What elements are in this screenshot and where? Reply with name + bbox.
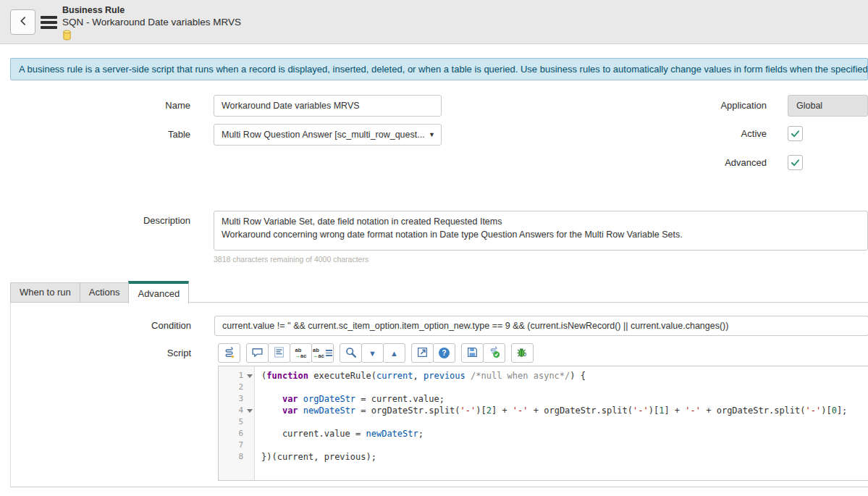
replace-all-button[interactable]: ab→ac xyxy=(311,343,334,363)
toolbar-group xyxy=(461,343,505,363)
replace-button[interactable]: ab→ac xyxy=(290,343,312,363)
find-previous-icon: ▲ xyxy=(390,348,398,358)
syntax-check-button[interactable] xyxy=(483,343,505,363)
format-document-icon xyxy=(273,346,285,361)
back-button[interactable] xyxy=(10,9,35,35)
record-title: SQN - Workaround Date variables MRVS xyxy=(62,16,241,28)
line-number: 7 xyxy=(219,440,243,451)
line-number: 4 xyxy=(219,405,243,416)
active-checkbox[interactable] xyxy=(788,126,803,141)
table-select-value: Multi Row Question Answer [sc_multi_row_… xyxy=(222,130,425,140)
advanced-checkbox[interactable] xyxy=(788,155,803,170)
find-previous-button[interactable]: ▲ xyxy=(383,343,405,363)
find-next-icon: ▼ xyxy=(368,348,376,358)
tab-advanced[interactable]: Advanced xyxy=(128,281,189,303)
active-label: Active xyxy=(681,126,767,141)
name-label: Name xyxy=(0,95,190,117)
code-line: 7 xyxy=(219,440,868,451)
table-label: Table xyxy=(0,124,190,146)
code-line: 3 var orgDateStr = current.value; xyxy=(219,393,868,405)
code-line: 4 var newDateStr = orgDateStr.split('-')… xyxy=(219,405,868,416)
tab-when-to-run[interactable]: When to run xyxy=(10,282,80,303)
code-text: var newDateStr = orgDateStr.split('-')[2… xyxy=(256,405,847,416)
description-label: Description xyxy=(0,215,190,226)
line-number: 6 xyxy=(219,428,243,440)
replace-icon: ab→ac xyxy=(295,348,307,358)
find-next-button[interactable]: ▼ xyxy=(361,343,384,363)
line-number: 5 xyxy=(219,416,243,428)
script-toolbar: ab→acab→ac▼▲? xyxy=(218,343,539,363)
replace-all-icon: ab→ac xyxy=(313,348,332,358)
tab-actions[interactable]: Actions xyxy=(80,282,130,303)
toggle-comment-button[interactable] xyxy=(246,343,269,363)
database-icon xyxy=(62,30,72,43)
search-icon xyxy=(345,346,357,361)
table-select[interactable]: Multi Row Question Answer [sc_multi_row_… xyxy=(214,124,442,146)
open-in-new-window-icon xyxy=(416,346,429,361)
advanced-label: Advanced xyxy=(681,155,767,170)
name-input[interactable] xyxy=(214,95,442,117)
help-icon: ? xyxy=(439,348,450,358)
description-textarea[interactable]: Multi Row Variable Set, date field notat… xyxy=(214,211,868,251)
code-line: 1(function executeRule(current, previous… xyxy=(219,370,868,382)
line-number: 2 xyxy=(219,382,243,393)
format-document-button[interactable] xyxy=(268,343,290,363)
toolbar-group: ▼▲ xyxy=(340,343,405,363)
help-button[interactable]: ? xyxy=(433,343,455,363)
business-rule-form: Business Rule SQN - Workaround Date vari… xyxy=(0,0,868,496)
fold-marker-icon[interactable] xyxy=(247,374,253,378)
save-icon xyxy=(466,346,479,361)
info-banner: A business rule is a server-side script … xyxy=(10,58,868,80)
tab-bar: When to runActionsAdvanced xyxy=(10,281,189,303)
code-text: var orgDateStr = current.value; xyxy=(256,393,444,405)
line-number: 8 xyxy=(219,451,243,463)
back-chevron-icon xyxy=(18,16,28,28)
advanced-tab-panel: Condition Script ab→acab→ac▼▲? 1(functio… xyxy=(10,302,868,487)
debug-icon xyxy=(516,346,528,361)
code-line: 8})(current, previous); xyxy=(219,451,868,463)
code-text xyxy=(256,416,261,428)
debug-button[interactable] xyxy=(511,343,534,363)
condition-label: Condition xyxy=(11,316,191,336)
application-label: Application xyxy=(681,95,767,117)
fold-marker-icon[interactable] xyxy=(247,409,253,413)
code-text: current.value = newDateStr; xyxy=(256,428,424,440)
line-number: 1 xyxy=(219,370,243,382)
code-text: (function executeRule(current, previous … xyxy=(256,370,586,382)
menu-icon[interactable] xyxy=(41,16,57,29)
open-in-new-window-button[interactable] xyxy=(411,343,434,363)
application-field: Global xyxy=(788,95,868,117)
code-text: })(current, previous); xyxy=(256,451,376,463)
toggle-comment-icon xyxy=(251,346,264,361)
condition-input[interactable] xyxy=(214,316,868,336)
toolbar-group: ab→acab→ac xyxy=(246,343,334,363)
toolbar-group xyxy=(511,343,534,363)
save-button[interactable] xyxy=(461,343,484,363)
info-banner-text: A business rule is a server-side script … xyxy=(19,64,868,75)
check-icon xyxy=(790,157,801,168)
code-line: 2 xyxy=(219,382,868,393)
caret-down-icon: ▼ xyxy=(429,125,435,145)
toolbar-group: ? xyxy=(411,343,455,363)
code-line: 6 current.value = newDateStr; xyxy=(219,428,868,440)
toolbar-group xyxy=(218,343,240,363)
code-text xyxy=(256,440,261,451)
header: Business Rule SQN - Workaround Date vari… xyxy=(0,0,868,44)
title-block: Business Rule SQN - Workaround Date vari… xyxy=(62,5,241,43)
script-label: Script xyxy=(11,345,191,362)
format-code-button[interactable] xyxy=(218,343,240,363)
script-editor[interactable]: 1(function executeRule(current, previous… xyxy=(218,366,868,481)
check-icon xyxy=(790,128,801,139)
format-code-icon xyxy=(223,346,235,361)
char-counter: 3818 characters remaining of 4000 charac… xyxy=(214,255,368,264)
code-line: 5 xyxy=(219,416,868,428)
page-title: Business Rule xyxy=(62,5,241,16)
code-text xyxy=(256,382,261,393)
search-button[interactable] xyxy=(340,343,362,363)
line-number: 3 xyxy=(219,393,243,405)
syntax-check-icon xyxy=(488,346,500,361)
